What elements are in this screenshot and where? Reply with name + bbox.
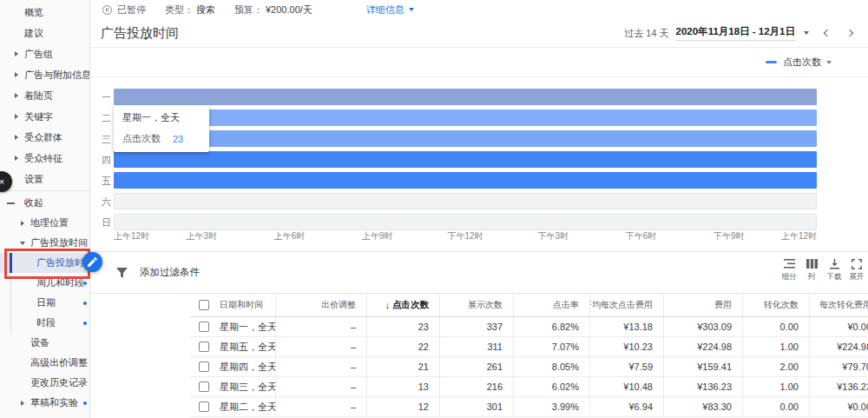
header-ctr[interactable]: 点击率 [513,294,589,316]
edit-pencil-button[interactable] [82,252,102,272]
app-window: 概览 建议 广告组 广告与附加信息 着陆页 关键字 受众群体 受众特征 设置 收… [0,0,868,418]
cell-date-time: 星期五，全天 [190,337,275,356]
date-range-picker: 过去 14 天 2020年11月18日 - 12月1日 [624,25,858,41]
previous-period-button[interactable] [824,30,831,36]
sidebar-item-landing-pages[interactable]: 着陆页 [0,85,89,106]
sidebar-item-label: 时段 [36,316,56,329]
bar-sunday[interactable] [114,214,817,230]
sidebar-item-change-history[interactable]: 更改历史记录 [0,373,89,393]
header-avg-cpc[interactable]: 平均每次点击费用 [589,294,663,316]
bar-tuesday[interactable] [114,109,817,126]
sidebar-item-label: 收起 [24,196,43,209]
sidebar-item-ads-extensions[interactable]: 广告与附加信息 [0,64,89,85]
cell-impressions: 311 [439,337,513,356]
sidebar-item-label: 广告投放时间 [30,236,88,249]
sidebar-item-settings[interactable]: 设置 [0,169,89,189]
filter-funnel-icon[interactable] [116,268,128,278]
table-row: 星期三，全天 – 13 216 6.02% ¥10.48 ¥136.23 1.0… [190,377,868,397]
bar-thursday[interactable] [114,151,817,168]
cell-cost: ¥136.23 [663,377,742,396]
chevron-down-icon [20,242,25,245]
legend-metric-label[interactable]: 点击次数 [783,56,821,69]
type-value: 搜索 [196,3,215,17]
cell-clicks: 13 [366,377,439,396]
columns-button[interactable]: 列 [800,258,823,282]
cell-clicks: 21 [366,357,439,376]
header-cost-per-conv[interactable]: 每次转化费用 [809,294,868,316]
sidebar-collapse-button[interactable]: 收起 [0,193,89,213]
sidebar-item-hour[interactable]: 时段 [0,313,89,333]
cell-bid-adj: – [275,397,366,416]
sidebar-item-ad-schedule-selected[interactable]: 广告投放时间 [0,253,89,273]
ad-schedule-table: 日期和时间 出价调整 ↓点击次数 展示次数 点击率 平均每次点击费用 费用 转化… [181,294,868,418]
header-cost[interactable]: 费用 [663,294,742,316]
sidebar-item-advanced-bid-adj[interactable]: 高级出价调整 [0,353,89,373]
row-checkbox[interactable] [199,401,209,412]
sidebar-item-day[interactable]: 日期 [0,293,89,313]
budget-value: ¥200.00/天 [266,3,312,17]
bar-saturday[interactable] [114,193,817,209]
cell-cost-per-conv: ¥224.98 [809,337,868,356]
cell-clicks: 12 [366,397,439,416]
sidebar-item-overview[interactable]: 概览 [0,2,89,23]
select-all-checkbox[interactable] [199,300,209,310]
sidebar-item-devices[interactable]: 设备 [0,333,89,353]
date-preset-label: 过去 14 天 [624,27,668,40]
sidebar-item-label: 着陆页 [24,90,53,103]
sidebar-item-label: 地理位置 [30,216,69,229]
download-button[interactable]: 下载 [823,258,845,282]
date-range-value[interactable]: 2020年11月18日 - 12月1日 [676,25,795,41]
sidebar-item-label: 日期 [36,296,56,309]
row-checkbox[interactable] [199,382,209,392]
cell-conversions: 1.00 [742,337,809,356]
pencil-icon [88,257,97,267]
sidebar-item-keywords[interactable]: 关键字 [0,106,89,127]
segment-button[interactable]: 细分 [778,258,800,282]
cell-date-time: 星期三，全天 [190,377,275,396]
sidebar-item-audiences[interactable]: 受众群体 [0,127,89,148]
chevron-down-icon[interactable] [804,31,809,35]
cell-bid-adj: – [275,337,366,356]
sidebar-item-recommendations[interactable]: 建议 [0,23,89,43]
row-checkbox[interactable] [199,322,209,332]
page-header: 广告投放时间 过去 14 天 2020年11月18日 - 12月1日 [90,19,868,48]
cell-cost-per-conv: ¥0.00 [809,397,868,416]
bar-friday[interactable] [114,172,817,189]
chevron-right-icon [15,156,18,161]
sidebar-item-locations[interactable]: 地理位置 [0,213,89,233]
header-bid-adj[interactable]: 出价调整 [275,294,366,316]
header-impressions[interactable]: 展示次数 [439,294,513,316]
bar-wednesday[interactable] [114,130,817,147]
tooltip-value: 23 [173,134,183,144]
sidebar-item-day-hour[interactable]: 周几和时段 [0,273,89,293]
sidebar-item-drafts-experiments[interactable]: 草稿和实验 [0,393,89,413]
chart-legend: 点击次数 [90,48,868,77]
chevron-right-icon [21,401,24,406]
details-dropdown[interactable]: 详细信息 [366,3,414,17]
row-checkbox[interactable] [199,362,209,372]
sidebar-item-label: 设置 [24,173,43,186]
chevron-down-icon[interactable] [826,61,832,64]
cell-cost: ¥224.98 [663,337,742,356]
add-filter-button[interactable]: 添加过滤条件 [140,266,200,279]
cell-avg-cpc: ¥6.94 [589,397,663,416]
chevron-right-icon [15,72,18,77]
cell-clicks: 22 [366,337,439,356]
sidebar-item-ad-schedule-parent[interactable]: 广告投放时间 [0,233,89,253]
next-period-button[interactable] [846,30,853,36]
sidebar-item-ad-groups[interactable]: 广告组 [0,43,89,64]
bar-monday-hovered[interactable] [114,89,817,105]
header-clicks-sorted[interactable]: ↓点击次数 [366,294,439,316]
sidebar-item-label: 关键字 [24,110,53,123]
sidebar-item-label: 广告组 [24,48,53,61]
header-date-time[interactable]: 日期和时间 [190,294,275,316]
cell-avg-cpc: ¥10.23 [589,337,663,356]
cell-impressions: 337 [439,317,513,336]
table-header-row: 日期和时间 出价调整 ↓点击次数 展示次数 点击率 平均每次点击费用 费用 转化… [190,294,868,317]
header-conversions[interactable]: 转化次数 [742,294,809,316]
expand-button[interactable]: 展开 [845,258,868,282]
cell-ctr: 3.99% [513,397,589,416]
sidebar-item-demographics[interactable]: 受众特征 [0,148,89,169]
sidebar-item-label: 受众特征 [24,152,62,165]
row-checkbox[interactable] [199,342,209,352]
